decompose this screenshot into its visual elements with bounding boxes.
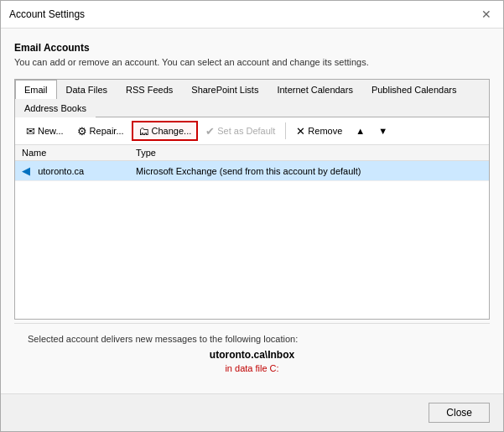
change-label: Change... — [152, 126, 192, 136]
set-default-button[interactable]: ✔ Set as Default — [200, 121, 281, 141]
toolbar: ✉ New... ⚙ Repair... 🗂 Change... ✔ Set a… — [15, 117, 489, 145]
close-button[interactable]: Close — [429, 403, 490, 423]
table-header-row: Name Type — [15, 145, 489, 161]
tab-email[interactable]: Email — [15, 80, 57, 99]
new-label: New... — [38, 126, 64, 136]
name-column-header: Name — [15, 145, 129, 161]
move-down-button[interactable]: ▼ — [372, 121, 393, 141]
remove-button[interactable]: ✕ Remove — [290, 121, 348, 141]
section-desc: You can add or remove an account. You ca… — [14, 57, 490, 67]
delivery-location: utoronto.ca\Inbox — [28, 349, 476, 361]
change-icon: 🗂 — [138, 125, 149, 138]
dialog-content: Email Accounts You can add or remove an … — [1, 29, 503, 393]
tab-rss-feeds[interactable]: RSS Feeds — [117, 80, 182, 99]
account-name: utoronto.ca — [38, 166, 84, 176]
tab-published-calendars[interactable]: Published Calendars — [362, 80, 466, 99]
new-button[interactable]: ✉ New... — [20, 121, 70, 141]
table-row[interactable]: ◀ utoronto.ca Microsoft Exchange (send f… — [15, 161, 489, 181]
account-table-area: Name Type ◀ utoronto.ca Microsoft Exchan… — [15, 145, 489, 319]
delivery-label: Selected account delivers new messages t… — [28, 334, 476, 344]
tab-data-files[interactable]: Data Files — [57, 80, 117, 99]
checkmark-icon: ✔ — [205, 125, 215, 138]
move-down-label: ▼ — [378, 126, 387, 136]
close-icon[interactable]: ✕ — [478, 6, 495, 23]
account-table: Name Type ◀ utoronto.ca Microsoft Exchan… — [15, 145, 489, 181]
tab-internet-calendars[interactable]: Internet Calendars — [268, 80, 362, 99]
repair-button[interactable]: ⚙ Repair... — [71, 121, 130, 141]
account-name-cell: ◀ utoronto.ca — [15, 161, 129, 181]
default-account-icon: ◀ — [22, 164, 30, 177]
account-settings-dialog: Account Settings ✕ Email Accounts You ca… — [0, 0, 504, 432]
tab-container: Email Data Files RSS Feeds SharePoint Li… — [14, 79, 490, 320]
repair-label: Repair... — [90, 126, 124, 136]
type-column-header: Type — [129, 145, 489, 161]
change-button[interactable]: 🗂 Change... — [132, 121, 199, 141]
remove-label: Remove — [308, 126, 342, 136]
set-default-label: Set as Default — [217, 126, 275, 136]
remove-icon: ✕ — [296, 125, 305, 138]
dialog-footer: Close — [1, 393, 503, 431]
data-file-label: in data file C: — [28, 363, 476, 373]
tab-bar: Email Data Files RSS Feeds SharePoint Li… — [15, 80, 489, 117]
delivery-info: Selected account delivers new messages t… — [14, 323, 490, 383]
move-up-button[interactable]: ▲ — [350, 121, 371, 141]
title-bar: Account Settings ✕ — [1, 1, 503, 29]
dialog-title: Account Settings — [9, 8, 85, 20]
tab-address-books[interactable]: Address Books — [15, 98, 96, 117]
tab-sharepoint-lists[interactable]: SharePoint Lists — [182, 80, 268, 99]
move-up-label: ▲ — [356, 126, 365, 136]
toolbar-separator — [285, 122, 286, 139]
section-title: Email Accounts — [14, 42, 490, 54]
repair-icon: ⚙ — [77, 125, 87, 138]
account-type-cell: Microsoft Exchange (send from this accou… — [129, 161, 489, 181]
new-icon: ✉ — [26, 125, 35, 138]
